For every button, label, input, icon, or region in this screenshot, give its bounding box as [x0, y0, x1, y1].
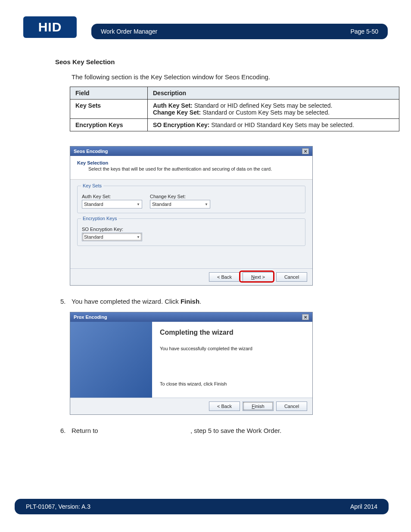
cell-field: Encryption Keys — [75, 121, 123, 128]
col-field-header: Field — [70, 87, 148, 100]
logo-container: HID — [23, 16, 77, 38]
section-intro: The following section is the Key Selecti… — [72, 73, 387, 81]
dialog-footer: < Back Next > Cancel — [70, 268, 312, 285]
encryption-keys-legend: Encryption Keys — [81, 216, 118, 221]
dialog-header-title: Key Selection — [77, 160, 305, 165]
step-number: 5. — [60, 298, 72, 305]
step-text: You have completed the wizard. Click Fin… — [72, 298, 201, 305]
so-encryption-key-value: Standard — [84, 234, 103, 240]
back-button[interactable]: < Back — [209, 401, 240, 411]
step-6-row: 6. Return to , step 5 to save the Work O… — [60, 427, 387, 434]
table-row: Key Sets Auth Key Set: Standard or HID d… — [70, 100, 399, 119]
close-icon[interactable]: ✕ — [302, 314, 309, 320]
cancel-button[interactable]: Cancel — [276, 272, 307, 282]
cancel-button[interactable]: Cancel — [276, 401, 307, 411]
dialog-header: Key Selection Select the keys that will … — [70, 156, 312, 180]
change-key-set-combo[interactable]: Standard ▼ — [150, 200, 210, 208]
cell-field: Key Sets — [75, 102, 101, 109]
chevron-down-icon: ▼ — [205, 202, 208, 206]
next-button-highlight — [239, 271, 274, 283]
dialog-footer: < Back Finish Cancel — [70, 398, 312, 414]
back-button[interactable]: < Back — [209, 272, 240, 282]
close-icon[interactable]: ✕ — [302, 148, 309, 154]
header-bar: Work Order Manager Page 5-50 — [91, 24, 388, 39]
footer-bar: PLT-01067, Version: A.3 April 2014 — [15, 499, 389, 514]
dialog-title-text: Prox Encoding — [74, 314, 107, 320]
chevron-down-icon: ▼ — [137, 202, 140, 206]
dialog-titlebar: Seos Encoding ✕ — [70, 146, 312, 156]
change-key-set-label: Change Key Set: — [150, 194, 210, 199]
dialog-header-subtitle: Select the keys that will be used for th… — [88, 166, 305, 171]
page-content: Seos Key Selection The following section… — [55, 58, 387, 434]
hid-logo: HID — [23, 16, 77, 38]
step-5-row: 5. You have completed the wizard. Click … — [60, 298, 387, 305]
wizard-close-hint: To close this wizard, click Finish — [160, 381, 305, 386]
table-row: Encryption Keys SO Encryption Key: Stand… — [70, 119, 399, 131]
wizard-side-panel — [70, 322, 152, 398]
step-number: 6. — [60, 427, 72, 434]
encryption-keys-group: Encryption Keys SO Encryption Key: Stand… — [77, 218, 305, 246]
auth-key-set-combo[interactable]: Standard ▼ — [82, 200, 142, 208]
section-title: Seos Key Selection — [55, 58, 387, 65]
wizard-complete-text: You have successfully completed the wiza… — [160, 346, 305, 351]
chevron-down-icon: ▼ — [137, 235, 140, 239]
cell-desc: Auth Key Set: Standard or HID defined Ke… — [148, 100, 399, 119]
seos-encoding-dialog: Seos Encoding ✕ Key Selection Select the… — [70, 146, 313, 286]
footer-left: PLT-01067, Version: A.3 — [26, 503, 90, 510]
finish-button[interactable]: Finish — [243, 401, 274, 411]
step-text: Return to , step 5 to save the Work Orde… — [72, 427, 281, 434]
change-key-set-value: Standard — [152, 202, 171, 207]
header-title: Work Order Manager — [101, 28, 157, 35]
col-desc-header: Description — [148, 87, 399, 100]
cell-desc: SO Encryption Key: Standard or HID Stand… — [148, 119, 399, 131]
logo-text: HID — [38, 20, 62, 34]
key-sets-legend: Key Sets — [81, 183, 103, 188]
wizard-complete-heading: Completing the wizard — [160, 329, 305, 336]
dialog-title-text: Seos Encoding — [74, 149, 108, 154]
dialog-titlebar: Prox Encoding ✕ — [70, 312, 312, 322]
wizard-main-panel: Completing the wizard You have successfu… — [152, 322, 312, 398]
field-description-table: Field Description Key Sets Auth Key Set:… — [70, 87, 399, 131]
prox-encoding-dialog: Prox Encoding ✕ Completing the wizard Yo… — [70, 312, 313, 415]
dialog-body: Completing the wizard You have successfu… — [70, 322, 312, 398]
so-encryption-key-combo[interactable]: Standard ▼ — [82, 233, 142, 241]
auth-key-set-value: Standard — [84, 202, 103, 207]
so-encryption-key-label: SO Encryption Key: — [82, 227, 142, 232]
auth-key-set-label: Auth Key Set: — [82, 194, 142, 199]
header-page: Page 5-50 — [350, 28, 378, 35]
footer-right: April 2014 — [350, 503, 377, 510]
dialog-body: Key Sets Auth Key Set: Standard ▼ Change… — [70, 180, 312, 268]
key-sets-group: Key Sets Auth Key Set: Standard ▼ Change… — [77, 186, 305, 213]
